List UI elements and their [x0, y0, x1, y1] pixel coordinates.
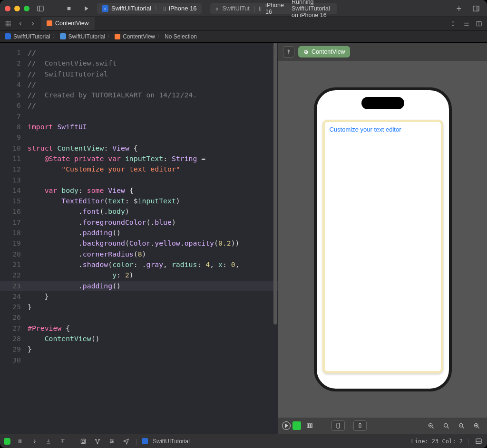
related-items-button[interactable] [3, 19, 13, 29]
step-over-button[interactable] [44, 437, 53, 446]
svg-rect-20 [309, 424, 311, 428]
traffic-lights [5, 6, 29, 11]
main-split: 1//2// ContentView.swift3// SwiftUITutor… [0, 43, 487, 434]
svg-rect-37 [20, 439, 21, 443]
jump-selection[interactable]: No Selection [165, 33, 197, 40]
scheme-selector[interactable]: ⬨ SwiftUITutorial 〉 ▯ iPhone 16 [97, 3, 202, 14]
preview-orientation-button[interactable] [353, 420, 367, 431]
scheme-separator: 〉 [154, 4, 160, 13]
assistant-layout-button[interactable] [474, 19, 484, 29]
svg-rect-7 [6, 21, 8, 23]
phone-content: Customize your text editor [322, 120, 443, 373]
svg-rect-0 [38, 6, 43, 11]
svg-rect-36 [19, 439, 19, 443]
dynamic-island [361, 97, 404, 109]
code-scroll-area[interactable]: 1//2// ContentView.swift3// SwiftUITutor… [0, 43, 278, 434]
text-editor-preview[interactable]: Customize your text editor [322, 120, 443, 373]
tab-label: ContentView [55, 20, 89, 27]
editor-scrollbar[interactable] [273, 43, 278, 434]
svg-rect-9 [6, 24, 8, 26]
zoom-out-button[interactable] [424, 420, 438, 431]
tab-contentview[interactable]: ContentView [41, 17, 95, 30]
preview-device-settings-button[interactable] [331, 420, 345, 431]
scrollbar-thumb[interactable] [273, 43, 277, 324]
debug-target-label[interactable]: SwiftUITutorial [153, 438, 190, 445]
toggle-navigator-button[interactable] [34, 2, 47, 15]
preview-target-pill[interactable]: ContentView [298, 46, 350, 57]
svg-rect-44 [82, 440, 85, 442]
toggle-inspector-button[interactable] [470, 2, 482, 15]
code-editor-pane: 1//2// ContentView.swift3// SwiftUITutor… [0, 43, 278, 434]
preview-bottom-bar: 1 [278, 418, 487, 434]
status-app-icon: ⬨ [215, 5, 219, 11]
nav-back-button[interactable] [15, 19, 26, 29]
zoom-in-button[interactable] [470, 420, 483, 431]
swift-file-icon [115, 34, 120, 39]
svg-line-28 [447, 427, 448, 428]
folder-icon [60, 33, 66, 39]
continue-button[interactable] [29, 437, 39, 446]
status-tab-label: SwiftUITut [223, 5, 250, 12]
svg-point-55 [111, 442, 112, 443]
run-button[interactable] [80, 2, 92, 15]
jump-project[interactable]: SwiftUITutorial [5, 33, 50, 40]
pin-preview-button[interactable] [283, 46, 294, 57]
status-device-name: iPhone 16 [265, 2, 284, 15]
project-icon [5, 33, 11, 39]
memory-graph-button[interactable] [93, 437, 102, 446]
svg-rect-5 [473, 6, 479, 11]
jump-bar[interactable]: SwiftUITutorial 〉 SwiftUITutorial 〉 Cont… [0, 30, 487, 43]
cursor-position: Line: 23 Col: 2 [411, 438, 463, 445]
close-window-button[interactable] [5, 6, 10, 11]
minimize-window-button[interactable] [14, 6, 20, 11]
nav-forward-button[interactable] [28, 19, 38, 29]
simulated-device: Customize your text editor [314, 87, 452, 391]
layers-icon [303, 49, 309, 55]
zoom-window-button[interactable] [24, 6, 29, 11]
svg-line-30 [462, 427, 464, 428]
svg-rect-10 [9, 24, 10, 26]
svg-rect-2 [68, 7, 71, 10]
svg-point-54 [112, 441, 113, 442]
environment-overrides-button[interactable] [107, 437, 117, 446]
svg-rect-8 [9, 21, 10, 23]
stop-button[interactable] [63, 2, 75, 15]
scheme-project-label: SwiftUITutorial [111, 5, 151, 12]
pause-button[interactable] [15, 437, 25, 446]
swift-file-icon [47, 20, 52, 26]
editor-options-button[interactable] [461, 19, 472, 29]
svg-text:1: 1 [460, 424, 461, 427]
zoom-fit-button[interactable] [439, 420, 453, 431]
source-code[interactable]: 1//2// ContentView.swift3// SwiftUITutor… [0, 43, 278, 365]
jump-file[interactable]: ContentView [115, 33, 155, 40]
editor-tab-strip: ContentView [0, 17, 487, 30]
jump-folder[interactable]: SwiftUITutorial [60, 33, 106, 40]
preview-toolbar: ContentView [278, 43, 487, 61]
app-icon: ⬨ [102, 5, 108, 12]
preview-variants-button[interactable] [303, 420, 316, 431]
activity-status[interactable]: ⬨ SwiftUITut | ▯ iPhone 16 Running Swift… [210, 3, 337, 14]
preview-canvas[interactable]: Customize your text editor [278, 61, 487, 418]
svg-rect-56 [476, 439, 481, 444]
step-into-button[interactable] [58, 437, 68, 446]
zoom-actual-button[interactable]: 1 [455, 420, 468, 431]
status-text: Running SwiftUITutorial on iPhone 16 [292, 0, 332, 19]
svg-rect-23 [359, 424, 361, 428]
svg-point-53 [111, 439, 112, 440]
toggle-debug-area-button[interactable] [474, 437, 483, 446]
debug-status-indicator[interactable] [4, 438, 10, 445]
jump-history-button[interactable] [449, 19, 459, 29]
preview-selectable-button[interactable] [292, 421, 301, 430]
text-editor-text: Customize your text editor [330, 126, 436, 133]
status-device-icon: ▯ [259, 5, 262, 11]
svg-line-33 [477, 427, 479, 428]
preview-pane: ContentView Customize your text editor [278, 43, 487, 434]
svg-point-27 [444, 423, 448, 427]
location-simulate-button[interactable] [121, 437, 131, 446]
window-titlebar: ⬨ SwiftUITutorial 〉 ▯ iPhone 16 ⬨ SwiftU… [0, 0, 487, 17]
debug-bar: | | SwiftUITutorial Line: 23 Col: 2 | [0, 434, 487, 448]
preview-live-button[interactable] [282, 421, 291, 430]
add-button[interactable] [453, 2, 465, 15]
svg-rect-21 [311, 424, 312, 428]
debug-hierarchy-button[interactable] [78, 437, 88, 446]
